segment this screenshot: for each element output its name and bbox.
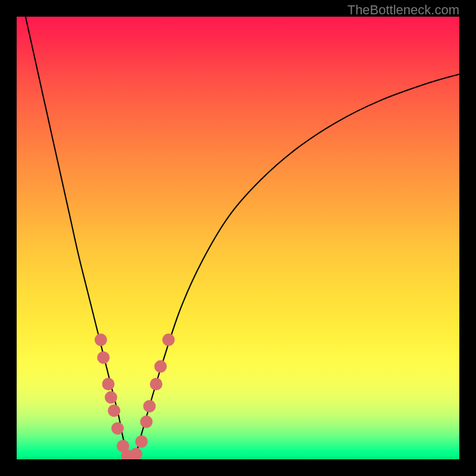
data-marker <box>140 415 153 428</box>
data-marker <box>135 436 148 448</box>
marker-layer <box>95 334 175 459</box>
data-marker <box>97 351 109 364</box>
data-marker <box>150 378 162 390</box>
data-marker <box>95 334 107 346</box>
outer-frame: TheBottleneck.com <box>0 0 476 476</box>
data-marker <box>143 400 156 412</box>
data-marker <box>102 378 115 390</box>
plot-area <box>17 17 459 459</box>
data-marker <box>105 391 117 403</box>
data-marker <box>162 334 175 346</box>
data-marker <box>130 448 142 459</box>
chart-overlay <box>17 17 459 459</box>
watermark-text: TheBottleneck.com <box>347 2 459 18</box>
bottleneck-curve <box>26 17 459 459</box>
data-marker <box>111 422 124 434</box>
data-marker <box>154 360 167 372</box>
data-marker <box>108 405 120 417</box>
